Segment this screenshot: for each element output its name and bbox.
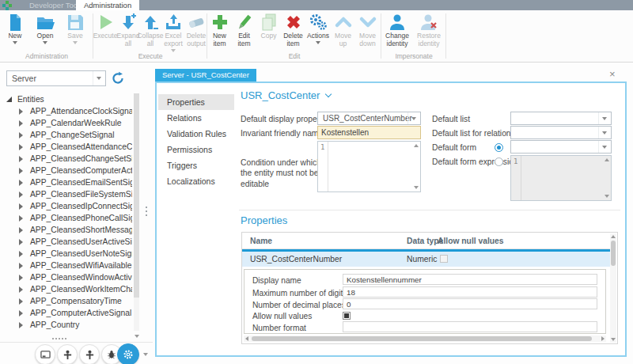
collapsed-triangle-icon[interactable] [19, 251, 23, 257]
collapse-all-button[interactable]: Collapse all [139, 13, 161, 52]
collapsed-triangle-icon[interactable] [19, 191, 23, 198]
default-form-expression-editor[interactable]: 1 [510, 155, 612, 201]
tree-item[interactable]: APP_CleansedWindowActiveSignal [0, 271, 132, 283]
column-header-name[interactable]: Name [250, 237, 272, 245]
refresh-button[interactable] [111, 71, 125, 85]
actions-button[interactable]: Actions [305, 13, 331, 48]
chevron-down-icon[interactable] [598, 127, 611, 138]
restore-identity-button[interactable]: Restore identity [413, 13, 445, 48]
collapsed-triangle-icon[interactable] [19, 108, 23, 115]
chevron-down-icon[interactable] [407, 112, 420, 124]
tree-item[interactable]: APP_Country [0, 319, 132, 331]
ribbon-tab-administration[interactable]: Administration [76, 0, 139, 11]
change-identity-button[interactable]: Change identity [381, 13, 413, 48]
collapsed-triangle-icon[interactable] [19, 310, 23, 317]
execute-button[interactable]: Execute [93, 13, 117, 52]
collapsed-triangle-icon[interactable] [19, 322, 23, 328]
collapsed-triangle-icon[interactable] [19, 144, 23, 150]
tree-item[interactable]: APP_CleansedShortMessageSignal [0, 224, 132, 236]
table-horizontal-scrollbar[interactable] [244, 336, 606, 342]
tab-properties[interactable]: Properties [158, 94, 234, 110]
tree-item[interactable]: APP_ChangeSetSignal [0, 129, 132, 141]
tree-item[interactable]: APP_CleansedUserActiveSignal [0, 236, 132, 248]
tree-item[interactable]: APP_CalendarWeekRule [0, 117, 132, 129]
move-up-button[interactable]: Move up [331, 13, 355, 48]
expand-all-button[interactable]: Expand all [117, 13, 139, 52]
chevron-down-icon[interactable] [598, 112, 611, 124]
collapsed-triangle-icon[interactable] [19, 263, 23, 269]
tab-relations[interactable]: Relations [158, 110, 234, 126]
number-format-input[interactable] [343, 321, 597, 332]
display-name-input[interactable]: Kostenstellennummer [343, 274, 597, 285]
expanded-triangle-icon[interactable] [6, 97, 12, 102]
collapsed-triangle-icon[interactable] [19, 215, 23, 222]
scroll-up-arrow-icon[interactable] [414, 144, 419, 147]
tree-item[interactable]: APP_CleansedIpConnectSignal [0, 200, 132, 212]
collapsed-triangle-icon[interactable] [19, 180, 23, 186]
collapsed-triangle-icon[interactable] [19, 286, 23, 293]
tab-triggers[interactable]: Triggers [158, 157, 234, 173]
settings-view-button[interactable] [117, 343, 139, 364]
table-vertical-scrollbar[interactable] [610, 233, 616, 343]
scroll-down-arrow-icon[interactable] [414, 186, 419, 189]
condition-expression-editor[interactable]: 1 [317, 141, 421, 192]
delete-item-button[interactable]: Delete item [281, 13, 305, 48]
move-down-button[interactable]: Move down [355, 13, 380, 48]
entity-title[interactable]: USR_CostCenter [241, 89, 331, 101]
collapsed-triangle-icon[interactable] [19, 239, 23, 245]
default-form-expression-radio[interactable] [495, 157, 503, 166]
save-button[interactable]: Save [60, 13, 90, 44]
collapsed-triangle-icon[interactable] [19, 227, 23, 233]
tree-scrollbar[interactable] [134, 93, 139, 331]
new-button[interactable]: New [0, 13, 30, 44]
scroll-up-arrow-icon[interactable] [611, 235, 616, 238]
open-button[interactable]: Open [30, 13, 60, 44]
server-combobox[interactable]: Server [6, 70, 106, 86]
allow-null-checkbox[interactable] [440, 255, 448, 263]
copy-button[interactable]: Copy [256, 13, 281, 48]
max-digits-input[interactable]: 18 [343, 286, 597, 298]
ribbon-tab-developer-tools[interactable]: Developer Tools [29, 1, 83, 9]
delete-output-button[interactable]: Delete output [185, 13, 207, 52]
column-header-allow-null[interactable]: Allow null values [438, 237, 504, 245]
collapsed-triangle-icon[interactable] [19, 275, 23, 281]
collapsed-triangle-icon[interactable] [19, 168, 23, 174]
resize-handle[interactable] [52, 338, 68, 339]
excel-export-button[interactable]: Excel export [161, 13, 185, 52]
scroll-left-arrow-icon[interactable] [245, 336, 248, 341]
tree-scrollbar-thumb[interactable] [134, 93, 139, 298]
invariant-friendly-name-input[interactable]: Kostenstellen [317, 126, 421, 139]
tab-permissions[interactable]: Permissions [158, 142, 234, 157]
tree-item[interactable]: APP_CleansedAttendanceClockSignal [0, 141, 132, 153]
allow-null-values-checkbox[interactable] [343, 312, 351, 320]
screen-view-button[interactable] [35, 344, 55, 364]
collapsed-triangle-icon[interactable] [19, 120, 23, 127]
tree-item[interactable]: APP_CompensatoryTime [0, 295, 132, 307]
tab-validation-rules[interactable]: Validation Rules [158, 126, 234, 142]
vertical-scrollbar-thumb[interactable] [611, 241, 616, 266]
edit-item-button[interactable]: Edit item [232, 13, 256, 48]
horizontal-scrollbar-thumb[interactable] [252, 336, 592, 341]
tree-item[interactable]: APP_CleansedComputerActiveSignal [0, 165, 132, 176]
person-view-button[interactable] [57, 344, 78, 364]
tree-item[interactable]: APP_CleansedUserNoteSignal [0, 248, 132, 260]
default-form-radio[interactable] [495, 143, 503, 152]
collapsed-triangle-icon[interactable] [19, 132, 23, 138]
footer-overflow-caret-icon[interactable] [143, 353, 148, 356]
collapsed-triangle-icon[interactable] [19, 298, 23, 305]
scroll-up-arrow-icon[interactable] [605, 158, 609, 161]
tree-item[interactable]: APP_CleansedWifiAvailableSignal [0, 260, 132, 271]
chevron-down-icon[interactable] [598, 141, 611, 153]
default-form-combobox[interactable] [510, 140, 612, 154]
table-row[interactable]: USR_CostCenterNumber Numeric [242, 252, 610, 267]
panel-splitter[interactable] [146, 207, 147, 218]
collapsed-triangle-icon[interactable] [19, 156, 23, 162]
scroll-down-arrow-icon[interactable] [135, 335, 139, 338]
new-item-button[interactable]: New item [207, 13, 232, 48]
person-view-button[interactable] [79, 344, 100, 364]
tree-item[interactable]: APP_ComputerActiveSignal [0, 307, 132, 319]
scroll-down-arrow-icon[interactable] [605, 195, 609, 198]
scroll-right-arrow-icon[interactable] [601, 336, 605, 341]
default-list-for-relations-combobox[interactable] [510, 126, 612, 139]
tree-item[interactable]: APP_CleansedEmailSentSignal [0, 176, 132, 188]
